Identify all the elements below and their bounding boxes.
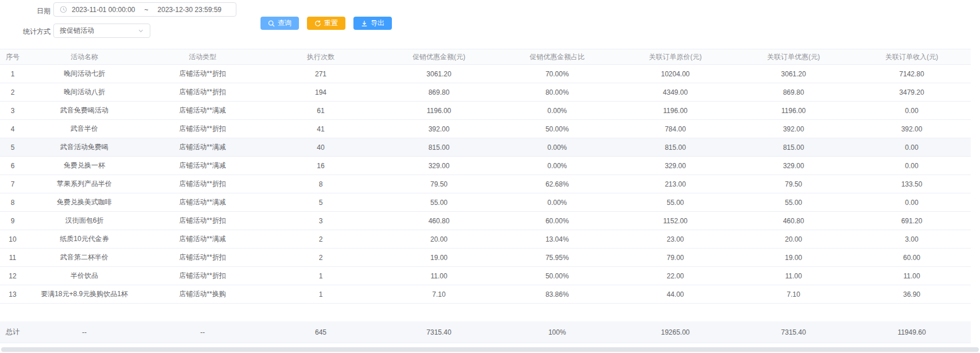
- table-cell: 41: [262, 125, 380, 133]
- table-cell: 0.00: [853, 162, 971, 170]
- column-header: 关联订单收入(元): [853, 52, 971, 62]
- total-cell: --: [25, 328, 143, 336]
- table-cell: 店铺活动**满减: [143, 142, 262, 152]
- table-cell: 免费兑换一杯: [25, 161, 143, 170]
- table-cell: 1152.00: [616, 217, 734, 225]
- table-cell: 8: [0, 199, 25, 207]
- table-cell: 869.80: [380, 88, 498, 96]
- table-cell: 店铺活动**折扣: [143, 87, 262, 97]
- table-cell: 武音免费喝活动: [25, 106, 143, 115]
- table-cell: 815.00: [734, 143, 853, 152]
- column-header: 活动名称: [25, 52, 143, 62]
- table-row: 8免费兑换美式咖啡店铺活动**满减555.000.00%55.0055.000.…: [0, 193, 971, 212]
- table-cell: 晚间活动八折: [25, 87, 143, 97]
- stat-method-select[interactable]: 按促销活动: [53, 24, 150, 38]
- scrollbar-thumb[interactable]: [1, 347, 979, 352]
- download-icon: [361, 20, 368, 27]
- date-start-value: 2023-11-01 00:00:00: [72, 6, 135, 14]
- table-cell: 6: [0, 162, 25, 170]
- table-cell: 392.00: [380, 125, 498, 133]
- table-cell: 2: [0, 88, 25, 96]
- table-cell: 0.00%: [498, 199, 616, 207]
- table-cell: 1196.00: [734, 107, 853, 115]
- table-row: 6免费兑换一杯店铺活动**满减16329.000.00%329.00329.00…: [0, 157, 971, 175]
- table-cell: 460.80: [734, 217, 853, 225]
- column-header: 关联订单原价(元): [616, 52, 734, 62]
- table-cell: 213.00: [616, 180, 734, 188]
- table-cell: 19.00: [734, 254, 853, 262]
- column-header: 序号: [0, 52, 25, 62]
- table-cell: 815.00: [616, 143, 734, 152]
- table-cell: 784.00: [616, 125, 734, 133]
- export-button-label: 导出: [371, 18, 384, 28]
- table-cell: 329.00: [380, 162, 498, 170]
- table-cell: 店铺活动**满减: [143, 234, 262, 244]
- table-cell: 40: [262, 143, 380, 152]
- table-row: 1晚间活动七折店铺活动**折扣2713061.2070.00%10204.003…: [0, 65, 971, 83]
- date-range-input[interactable]: 2023-11-01 00:00:00 ~ 2023-12-30 23:59:5…: [53, 2, 236, 17]
- total-cell: 19265.00: [616, 328, 734, 336]
- table-cell: 13.04%: [498, 235, 616, 243]
- table-cell: 691.20: [853, 217, 971, 225]
- table-cell: 汉街面包6折: [25, 216, 143, 226]
- table-cell: 10204.00: [616, 70, 734, 78]
- table-cell: 11: [0, 254, 25, 262]
- table-cell: 392.00: [853, 125, 971, 133]
- chevron-down-icon: [138, 28, 144, 34]
- promotion-stats-page: 日期 2023-11-01 00:00:00 ~ 2023-12-30 23:5…: [0, 0, 980, 353]
- table-cell: 店铺活动**折扣: [143, 216, 262, 226]
- table-total-row: 总计----6457315.40100%19265.007315.4011949…: [0, 321, 971, 343]
- table-cell: 20.00: [734, 235, 853, 243]
- table-row: 7苹果系列产品半价店铺活动**折扣879.5062.68%213.0079.50…: [0, 175, 971, 193]
- table-header-row: 序号活动名称活动类型执行次数促销优惠金额(元)促销优惠金额占比关联订单原价(元)…: [0, 49, 971, 65]
- reset-button-label: 重置: [324, 18, 338, 28]
- date-range-separator: ~: [145, 6, 149, 14]
- table-cell: 815.00: [380, 143, 498, 152]
- table-cell: 869.80: [734, 88, 853, 96]
- table-cell: 7.10: [734, 290, 853, 298]
- stat-method-label: 统计方式: [23, 27, 50, 37]
- table-cell: 5: [0, 143, 25, 152]
- table-cell: 7: [0, 180, 25, 188]
- query-button[interactable]: 查询: [260, 17, 299, 30]
- table-cell: 70.00%: [498, 70, 616, 78]
- table-row: 4武音半价店铺活动**折扣41392.0050.00%784.00392.003…: [0, 120, 971, 138]
- table-cell: 19.00: [380, 254, 498, 262]
- table-body: 1晚间活动七折店铺活动**折扣2713061.2070.00%10204.003…: [0, 65, 971, 304]
- table-cell: 店铺活动**换购: [143, 289, 262, 299]
- table-cell: 7.10: [380, 290, 498, 298]
- table-row: 13要满18元+8.9元换购饮品1杯店铺活动**换购17.1083.86%44.…: [0, 285, 971, 304]
- table-cell: 392.00: [734, 125, 853, 133]
- table-cell: 1: [262, 290, 380, 298]
- horizontal-scrollbar[interactable]: [1, 347, 979, 352]
- table-cell: 23.00: [616, 235, 734, 243]
- search-icon: [268, 20, 275, 27]
- table-cell: 13: [0, 290, 25, 298]
- table-cell: 1196.00: [380, 107, 498, 115]
- table-cell: 1196.00: [616, 107, 734, 115]
- table-cell: 22.00: [616, 272, 734, 280]
- total-cell: 11949.60: [853, 328, 971, 336]
- table-cell: 75.95%: [498, 254, 616, 262]
- table-cell: 半价饮品: [25, 271, 143, 281]
- table-row: 9汉街面包6折店铺活动**折扣3460.8060.00%1152.00460.8…: [0, 212, 971, 230]
- total-cell: 7315.40: [380, 328, 498, 336]
- table-cell: 12: [0, 272, 25, 280]
- export-button[interactable]: 导出: [353, 17, 392, 30]
- table-cell: 武音活动免费喝: [25, 142, 143, 152]
- table-cell: 44.00: [616, 290, 734, 298]
- table-cell: 店铺活动**折扣: [143, 124, 262, 134]
- table-cell: 3: [262, 217, 380, 225]
- table-cell: 店铺活动**折扣: [143, 271, 262, 281]
- table-cell: 11.00: [380, 272, 498, 280]
- table-cell: 4349.00: [616, 88, 734, 96]
- toolbar: 查询 重置 导出: [260, 17, 392, 30]
- column-header: 促销优惠金额(元): [380, 52, 498, 62]
- table-cell: 79.50: [380, 180, 498, 188]
- table-cell: 460.80: [380, 217, 498, 225]
- table-cell: 62.68%: [498, 180, 616, 188]
- stat-method-value: 按促销活动: [60, 26, 94, 36]
- table-cell: 0.00%: [498, 107, 616, 115]
- reset-button[interactable]: 重置: [307, 17, 345, 30]
- date-end-value: 2023-12-30 23:59:59: [158, 6, 221, 14]
